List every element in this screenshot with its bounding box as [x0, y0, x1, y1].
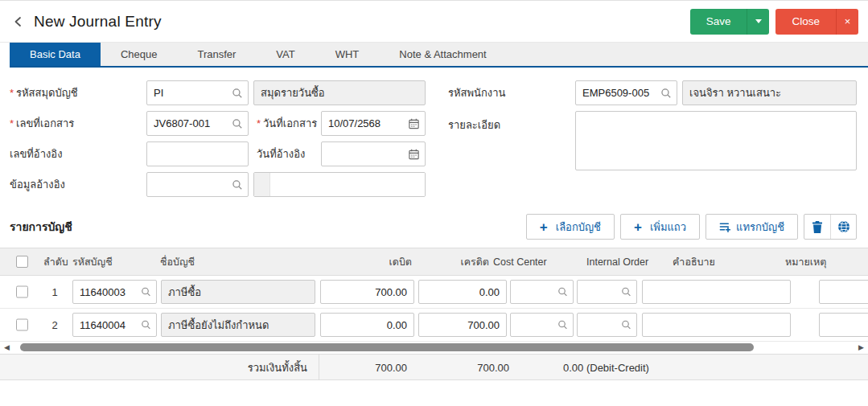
scrollbar-thumb[interactable] — [20, 343, 754, 351]
back-button[interactable] — [10, 13, 27, 31]
plus-icon: + — [540, 220, 548, 234]
col-header-account-name: ชื่อบัญชี — [160, 248, 195, 276]
col-header-internal-order: Internal Order — [586, 248, 648, 276]
chevron-down-icon — [755, 19, 762, 23]
chevron-left-icon — [12, 15, 25, 28]
close-button[interactable]: Close — [775, 9, 837, 35]
table-footer-row: รวมเงินทั้งสิ้น 700.00 700.00 0.00 (Debi… — [0, 354, 868, 380]
search-icon[interactable] — [141, 287, 151, 297]
journal-lines-table: ลำดับ รหัสบัญชี ชื่อบัญชี เดบิต เครดิต C… — [0, 248, 868, 380]
col-header-credit: เครดิต — [418, 248, 489, 276]
debit-input[interactable] — [320, 313, 414, 337]
table-icon-buttons — [804, 214, 857, 240]
close-icon: × — [845, 15, 851, 27]
globe-button[interactable] — [830, 215, 856, 239]
trash-icon — [812, 221, 823, 233]
tab-note-attachment[interactable]: Note & Attachment — [379, 43, 506, 66]
tab-basic-data[interactable]: Basic Data — [10, 43, 101, 66]
tab-wht[interactable]: WHT — [315, 43, 380, 66]
remark-input[interactable] — [819, 280, 868, 304]
description-input[interactable] — [642, 280, 791, 304]
ref-info-detail-field — [253, 172, 426, 197]
row-number: 1 — [39, 276, 71, 309]
tab-vat[interactable]: VAT — [256, 43, 315, 66]
search-icon[interactable] — [232, 88, 243, 99]
col-header-account-code: รหัสบัญชี — [72, 248, 113, 276]
items-section-header: รายการบัญชี + เลือกบัญชี + เพิ่มแถว แทรก… — [0, 207, 868, 248]
row-checkbox[interactable] — [16, 319, 28, 331]
row-checkbox[interactable] — [16, 286, 28, 298]
search-icon[interactable] — [557, 287, 568, 297]
credit-input[interactable] — [418, 313, 507, 337]
search-icon[interactable] — [141, 320, 151, 330]
debit-input[interactable] — [320, 280, 414, 304]
tab-cheque[interactable]: Cheque — [101, 43, 178, 66]
credit-total: 700.00 — [418, 355, 509, 380]
col-header-debit: เดบิต — [320, 248, 412, 276]
tab-transfer[interactable]: Transfer — [177, 43, 256, 66]
calendar-icon[interactable] — [408, 117, 420, 129]
save-dropdown-button[interactable] — [747, 9, 769, 35]
ref-no-input[interactable] — [146, 141, 249, 166]
table-row: 1 — [0, 276, 868, 309]
description-input[interactable] — [642, 313, 791, 337]
account-name-field — [161, 280, 315, 304]
close-x-button[interactable]: × — [837, 9, 858, 35]
employee-name-field — [682, 80, 857, 105]
ref-date-label: วันที่อ้างอิง — [257, 146, 321, 162]
col-header-description: คำอธิบาย — [673, 248, 715, 276]
employee-label: รหัสพนักงาน — [448, 84, 575, 101]
plus-icon: + — [634, 220, 642, 234]
col-header-remark: หมายเหตุ — [785, 248, 826, 276]
table-header-row: ลำดับ รหัสบัญชี ชื่อบัญชี เดบิต เครดิต C… — [0, 248, 868, 276]
row-number: 2 — [39, 309, 71, 342]
insert-rows-icon — [719, 221, 731, 233]
doc-no-label: *เลขที่เอกสาร — [10, 115, 146, 132]
tab-bar: Basic Data Cheque Transfer VAT WHT Note … — [10, 43, 868, 68]
globe-icon — [837, 220, 850, 233]
search-icon[interactable] — [232, 118, 243, 129]
col-header-no: ลำดับ — [43, 248, 68, 276]
account-name-field — [161, 313, 315, 337]
page-title: New Journal Entry — [34, 13, 684, 31]
table-row: 2 — [0, 309, 868, 342]
ref-info-detail-input[interactable] — [270, 173, 425, 196]
journal-book-name-field — [253, 80, 426, 105]
doc-date-label: *วันที่เอกสาร — [257, 115, 321, 132]
calendar-icon[interactable] — [408, 148, 420, 160]
form-area: *รหัสสมุดบัญชี *เลขที่เอกสาร *วันที่เอกส… — [0, 68, 868, 207]
ref-no-label: เลขที่อ้างอิง — [10, 146, 146, 162]
detail-textarea[interactable] — [575, 111, 857, 170]
search-icon[interactable] — [557, 320, 568, 330]
search-icon[interactable] — [660, 88, 672, 99]
search-icon[interactable] — [232, 179, 243, 191]
grand-total-label: รวมเงินทั้งสิ้น — [0, 355, 307, 380]
save-button[interactable]: Save — [690, 9, 748, 35]
journal-book-label: *รหัสสมุดบัญชี — [10, 84, 146, 101]
debit-total: 700.00 — [319, 355, 407, 380]
detail-label: รายละเอียด — [448, 111, 575, 133]
scroll-right-arrow[interactable]: ▶ — [858, 342, 864, 353]
delete-rows-button[interactable] — [804, 215, 830, 239]
select-all-checkbox[interactable] — [16, 256, 28, 268]
select-account-button[interactable]: + เลือกบัญชี — [526, 214, 615, 240]
horizontal-scrollbar: ◀ ▶ — [0, 342, 868, 354]
ref-info-detail-prefix — [254, 173, 270, 196]
top-bar: New Journal Entry Save Close × — [0, 1, 868, 43]
save-button-group: Save — [690, 9, 770, 35]
ref-info-label: ข้อมูลอ้างอิง — [10, 176, 146, 193]
search-icon[interactable] — [621, 320, 631, 330]
insert-account-button[interactable]: แทรกบัญชี — [706, 214, 798, 240]
credit-input[interactable] — [418, 280, 507, 304]
col-header-cost-center: Cost Center — [493, 248, 547, 276]
add-row-button[interactable]: + เพิ่มแถว — [620, 214, 700, 240]
close-button-group: Close × — [775, 9, 858, 35]
remark-input[interactable] — [819, 313, 868, 337]
debit-credit-difference: 0.00 (Debit-Credit) — [563, 355, 649, 380]
scroll-left-arrow[interactable]: ◀ — [4, 342, 10, 353]
search-icon[interactable] — [621, 287, 631, 297]
items-section-title: รายการบัญชี — [10, 218, 520, 236]
